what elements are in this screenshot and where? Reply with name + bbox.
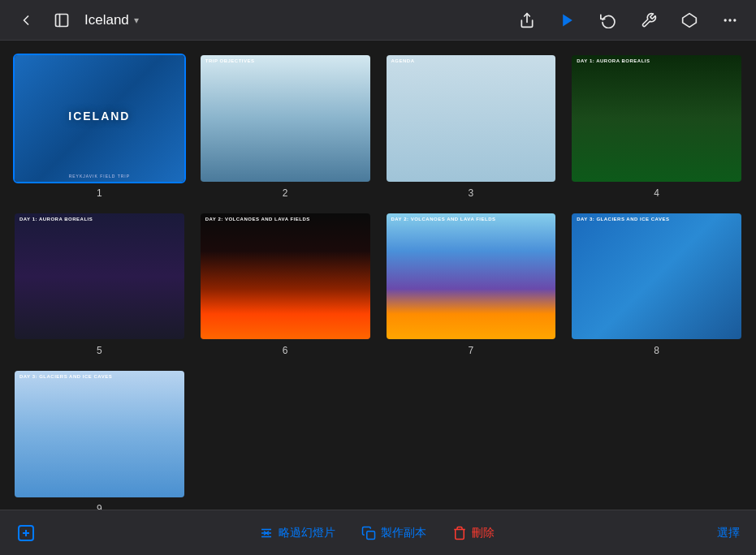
- slide-overlay-1: ICELANDREYKJAVIK FIELD TRIP: [15, 55, 184, 182]
- share-button[interactable]: [514, 7, 540, 33]
- slide-number-1: 1: [97, 187, 102, 199]
- slide-item-5[interactable]: DAY 1: AURORA BOREALIS5: [13, 212, 186, 357]
- delete-slide-button[interactable]: 刪除: [452, 526, 495, 540]
- slide-number-4: 4: [654, 187, 659, 199]
- slide-title-7: DAY 2: VOLCANOES AND LAVA FIELDS: [391, 217, 551, 222]
- play-button[interactable]: [555, 7, 581, 33]
- slide-overlay-2: TRIP OBJECTIVES: [201, 55, 370, 182]
- bottom-center-actions: 略過幻燈片 製作副本 刪除: [259, 526, 495, 540]
- svg-point-5: [729, 19, 731, 21]
- skip-slide-button[interactable]: 略過幻燈片: [259, 526, 335, 540]
- slide-overlay-5: DAY 1: AURORA BOREALIS: [15, 213, 184, 340]
- slide-title-5: DAY 1: AURORA BOREALIS: [19, 217, 179, 222]
- top-bar: Iceland ▾: [0, 0, 756, 41]
- top-bar-right: [514, 7, 743, 33]
- delete-label: 刪除: [472, 526, 495, 540]
- slide-thumbnail-5: DAY 1: AURORA BOREALIS: [13, 212, 186, 342]
- slides-grid-container: ICELANDREYKJAVIK FIELD TRIP1TRIP OBJECTI…: [0, 41, 756, 510]
- slide-item-2[interactable]: TRIP OBJECTIVES2: [199, 54, 372, 199]
- slide-number-9: 9: [97, 503, 102, 510]
- slide-number-3: 3: [469, 187, 474, 199]
- slide-overlay-8: DAY 3: GLACIERS AND ICE CAVES: [572, 213, 741, 340]
- add-slide-button[interactable]: [16, 523, 36, 543]
- slide-overlay-4: DAY 1: AURORA BOREALIS: [572, 55, 741, 182]
- slide-inner-8: DAY 3: GLACIERS AND ICE CAVES: [572, 213, 741, 340]
- slide-inner-5: DAY 1: AURORA BOREALIS: [15, 213, 184, 340]
- slide-number-8: 8: [654, 345, 659, 356]
- slide-thumbnail-4: DAY 1: AURORA BOREALIS: [570, 54, 743, 183]
- tools-button[interactable]: [636, 7, 662, 33]
- skip-label: 略過幻燈片: [279, 526, 335, 540]
- svg-point-7: [724, 19, 726, 21]
- slide-thumbnail-1: ICELANDREYKJAVIK FIELD TRIP: [13, 54, 186, 183]
- slide-thumbnail-2: TRIP OBJECTIVES: [199, 54, 372, 183]
- slide-item-9[interactable]: DAY 3: GLACIERS AND ICE CAVES9: [13, 369, 186, 510]
- slide-inner-1: ICELANDREYKJAVIK FIELD TRIP: [15, 55, 184, 182]
- slide-title-4: DAY 1: AURORA BOREALIS: [577, 58, 737, 63]
- slide-overlay-3: AGENDA: [387, 55, 556, 182]
- select-button[interactable]: 選擇: [717, 526, 740, 540]
- slide-title-8: DAY 3: GLACIERS AND ICE CAVES: [577, 217, 737, 222]
- undo-button[interactable]: [595, 7, 621, 33]
- slide-subtitle-1: REYKJAVIK FIELD TRIP: [19, 174, 179, 179]
- diamond-icon: [681, 12, 698, 28]
- slide-item-6[interactable]: DAY 2: VOLCANOES AND LAVA FIELDS6: [199, 212, 372, 357]
- slide-number-7: 7: [469, 345, 474, 356]
- slide-title-9: DAY 3: GLACIERS AND ICE CAVES: [19, 374, 179, 379]
- top-bar-left: Iceland ▾: [13, 7, 504, 33]
- slide-inner-6: DAY 2: VOLCANOES AND LAVA FIELDS: [201, 213, 370, 340]
- share-icon: [519, 12, 535, 28]
- svg-marker-3: [563, 14, 572, 26]
- more-button[interactable]: [717, 7, 743, 33]
- play-icon: [559, 12, 576, 28]
- delete-icon: [452, 526, 467, 540]
- copy-label: 製作副本: [381, 526, 426, 540]
- slides-grid: ICELANDREYKJAVIK FIELD TRIP1TRIP OBJECTI…: [13, 54, 743, 510]
- sidebar-toggle-button[interactable]: [49, 7, 75, 33]
- svg-point-6: [734, 19, 736, 21]
- title-dropdown[interactable]: Iceland ▾: [84, 12, 139, 28]
- copy-slide-button[interactable]: 製作副本: [361, 526, 426, 540]
- skip-icon: [259, 526, 274, 540]
- presentation-title: Iceland: [84, 12, 129, 28]
- bottom-bar: 略過幻燈片 製作副本 刪除 選擇: [0, 510, 756, 555]
- slide-title-2: TRIP OBJECTIVES: [205, 58, 365, 63]
- slide-big-title-1: ICELAND: [19, 110, 179, 123]
- slide-overlay-9: DAY 3: GLACIERS AND ICE CAVES: [15, 371, 184, 497]
- slide-thumbnail-9: DAY 3: GLACIERS AND ICE CAVES: [13, 369, 186, 499]
- slide-number-2: 2: [283, 187, 288, 199]
- back-button[interactable]: [13, 7, 39, 33]
- slide-inner-2: TRIP OBJECTIVES: [201, 55, 370, 182]
- undo-icon: [600, 12, 616, 28]
- slide-item-4[interactable]: DAY 1: AURORA BOREALIS4: [570, 54, 743, 199]
- slide-item-1[interactable]: ICELANDREYKJAVIK FIELD TRIP1: [13, 54, 186, 199]
- back-icon: [18, 12, 34, 28]
- svg-marker-4: [683, 13, 697, 27]
- slide-thumbnail-8: DAY 3: GLACIERS AND ICE CAVES: [570, 212, 743, 342]
- slide-title-3: AGENDA: [391, 58, 551, 63]
- slide-item-8[interactable]: DAY 3: GLACIERS AND ICE CAVES8: [570, 212, 743, 357]
- slide-inner-3: AGENDA: [387, 55, 556, 182]
- tools-icon: [641, 12, 657, 28]
- slide-title-6: DAY 2: VOLCANOES AND LAVA FIELDS: [205, 217, 365, 222]
- slide-thumbnail-7: DAY 2: VOLCANOES AND LAVA FIELDS: [385, 212, 558, 342]
- chevron-down-icon: ▾: [134, 15, 139, 26]
- slide-number-6: 6: [283, 345, 288, 356]
- slide-inner-7: DAY 2: VOLCANOES AND LAVA FIELDS: [387, 213, 556, 340]
- slide-inner-4: DAY 1: AURORA BOREALIS: [572, 55, 741, 182]
- slide-item-3[interactable]: AGENDA3: [385, 54, 558, 199]
- svg-rect-16: [366, 531, 374, 539]
- svg-rect-0: [56, 14, 68, 26]
- slide-number-5: 5: [97, 345, 102, 356]
- slide-thumbnail-6: DAY 2: VOLCANOES AND LAVA FIELDS: [199, 212, 372, 342]
- slide-overlay-6: DAY 2: VOLCANOES AND LAVA FIELDS: [201, 213, 370, 340]
- diamond-button[interactable]: [676, 7, 702, 33]
- slide-item-7[interactable]: DAY 2: VOLCANOES AND LAVA FIELDS7: [385, 212, 558, 357]
- select-label: 選擇: [717, 526, 740, 539]
- copy-icon: [361, 526, 376, 540]
- slide-thumbnail-3: AGENDA: [385, 54, 558, 183]
- more-icon: [722, 12, 738, 28]
- slide-overlay-7: DAY 2: VOLCANOES AND LAVA FIELDS: [387, 213, 556, 340]
- add-icon: [16, 523, 36, 543]
- slide-inner-9: DAY 3: GLACIERS AND ICE CAVES: [15, 371, 184, 497]
